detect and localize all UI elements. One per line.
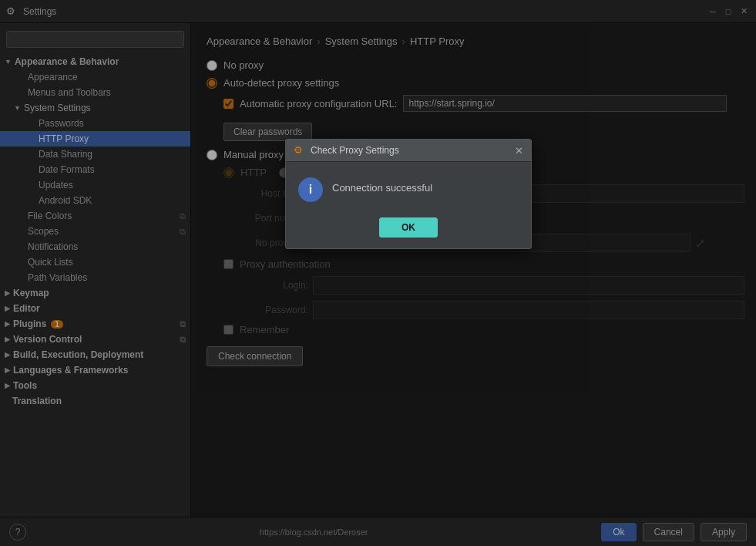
dialog-info-icon: i <box>298 177 323 202</box>
dialog-title-bar: ⚙ Check Proxy Settings ✕ <box>286 140 531 162</box>
dialog-title-text: Check Proxy Settings <box>311 145 515 156</box>
dialog-close-button[interactable]: ✕ <box>515 145 523 157</box>
check-proxy-dialog: ⚙ Check Proxy Settings ✕ i Connection su… <box>285 139 532 249</box>
dialog-message: Connection successful <box>332 177 432 194</box>
dialog-ok-button[interactable]: OK <box>379 217 438 238</box>
dialog-overlay: ⚙ Check Proxy Settings ✕ i Connection su… <box>0 0 756 546</box>
dialog-footer: OK <box>286 211 531 248</box>
dialog-body: i Connection successful <box>286 162 531 211</box>
dialog-title-icon: ⚙ <box>294 144 306 157</box>
